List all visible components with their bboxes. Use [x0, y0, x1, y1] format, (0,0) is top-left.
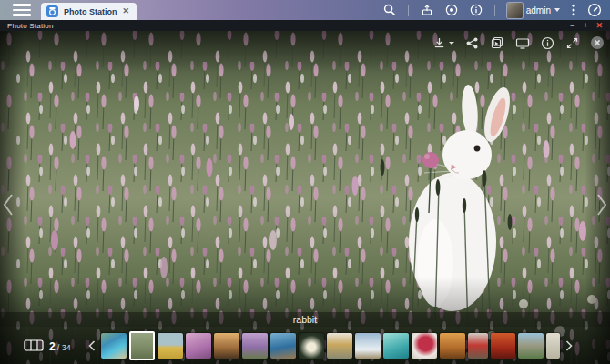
more-menu-icon[interactable]	[572, 4, 575, 16]
divider	[408, 5, 409, 16]
search-icon[interactable]	[383, 4, 396, 16]
qts-desktop: Photo Station ✕ admin	[0, 0, 610, 364]
photo-caption: rabbit	[293, 314, 317, 325]
avatar	[507, 3, 523, 18]
notifications-icon[interactable]	[445, 4, 458, 16]
share-icon[interactable]	[465, 36, 479, 50]
thumbnail-deer-mountain[interactable]	[355, 333, 381, 359]
photo-station-app-icon	[46, 5, 58, 17]
thumbnail-lupine-flowers[interactable]	[242, 333, 268, 359]
taskbar-right: admin	[383, 3, 610, 18]
thumbnail-water-lily[interactable]	[299, 333, 324, 359]
next-photo-icon[interactable]	[595, 193, 608, 220]
tab-label: Photo Station	[64, 7, 117, 16]
thumbnail-windmill[interactable]	[158, 333, 183, 359]
viewer-close-icon[interactable]	[590, 35, 605, 50]
thumbnail-red-rooster[interactable]	[491, 333, 515, 359]
window-title: Photo Station	[7, 22, 54, 30]
tab-close-icon[interactable]: ✕	[123, 7, 130, 15]
viewer-toolbar	[432, 35, 605, 50]
thumbnail-turquoise-wave[interactable]	[383, 333, 409, 359]
window-controls: – + ✕	[570, 22, 603, 30]
maximize-button[interactable]: +	[583, 22, 587, 30]
thumbnail-raspberries[interactable]	[412, 333, 437, 359]
thumbnail-alpine-village[interactable]	[327, 333, 352, 359]
photo-info-icon[interactable]	[541, 36, 554, 50]
thumbnail-strip: 2/ 34	[0, 327, 610, 364]
thumbnail-rabbit-field[interactable]	[129, 331, 155, 360]
user-name: admin	[526, 5, 551, 15]
thumbnail-partial[interactable]	[546, 333, 560, 359]
thumbnail-list	[101, 331, 560, 360]
photo-viewer: rabbit 2/ 34	[0, 31, 610, 364]
tab-photo-station[interactable]: Photo Station ✕	[41, 3, 137, 20]
taskbar: Photo Station ✕ admin	[0, 0, 610, 20]
thumbnail-beach-cove[interactable]	[101, 333, 127, 359]
thumbnail-horse-sunset[interactable]	[214, 333, 239, 359]
main-menu-icon[interactable]	[13, 4, 31, 16]
thumbnail-pink-blossom[interactable]	[186, 333, 211, 359]
tv-display-icon[interactable]	[515, 36, 530, 50]
window-close-button[interactable]: ✕	[595, 22, 603, 30]
info-icon[interactable]	[470, 4, 483, 16]
photo-counter: 2/ 34	[24, 338, 71, 354]
background-tasks-icon[interactable]	[421, 4, 433, 16]
minimize-button[interactable]: –	[570, 22, 574, 30]
thumbnail-child-red-hat[interactable]	[468, 333, 488, 359]
download-options-caret-icon	[449, 42, 454, 45]
thumbnail-coast-cliff[interactable]	[270, 333, 296, 359]
thumbnail-autumn-path[interactable]	[440, 333, 465, 359]
previous-photo-icon[interactable]	[2, 193, 15, 220]
scroll-thumbnails-left-icon[interactable]	[88, 340, 96, 351]
divider	[494, 5, 495, 16]
window-titlebar: Photo Station – + ✕	[0, 20, 610, 31]
counter-total: / 34	[57, 343, 71, 352]
slideshow-icon[interactable]	[490, 35, 504, 50]
dashboard-icon[interactable]	[587, 3, 602, 17]
thumbnail-castle[interactable]	[518, 333, 544, 359]
counter-current: 2	[49, 340, 56, 353]
fullscreen-icon[interactable]	[565, 36, 579, 50]
scroll-thumbnails-right-icon[interactable]	[565, 340, 573, 351]
download-icon[interactable]	[432, 36, 454, 50]
user-menu[interactable]: admin	[507, 3, 560, 18]
user-menu-caret-icon	[554, 8, 560, 12]
caption-band: rabbit	[0, 312, 610, 327]
filmstrip-icon	[24, 339, 44, 351]
